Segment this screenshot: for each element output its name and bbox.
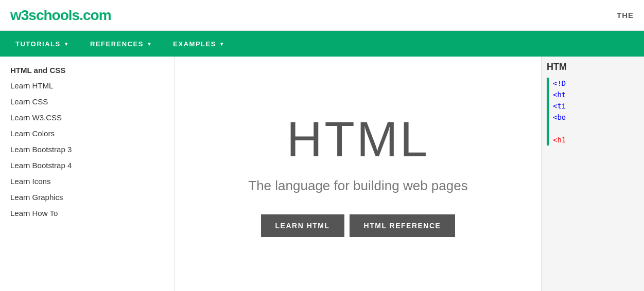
code-line-6: <h1 [553, 134, 639, 146]
nav-tutorials[interactable]: TUTORIALS ▼ [5, 31, 80, 57]
sidebar-item-learn-graphics[interactable]: Learn Graphics [0, 189, 175, 205]
nav-bar: TUTORIALS ▼ REFERENCES ▼ EXAMPLES ▼ [0, 31, 644, 57]
nav-examples-arrow: ▼ [219, 41, 225, 47]
code-block: <!D <ht <ti <bo <h1 [547, 78, 639, 146]
logo-w3: w3schools [10, 7, 79, 23]
sidebar-section-html-css: HTML and CSS [0, 62, 175, 78]
hero-buttons: LEARN HTML HTML REFERENCE [261, 214, 456, 237]
sidebar-item-learn-icons[interactable]: Learn Icons [0, 173, 175, 189]
top-right-text: THE [617, 11, 634, 20]
code-line-5 [553, 123, 639, 134]
code-line-2: <ht [553, 89, 639, 100]
html-reference-button[interactable]: HTML REFERENCE [350, 214, 456, 237]
main-area: HTML and CSS Learn HTML Learn CSS Learn … [0, 57, 644, 291]
nav-tutorials-arrow: ▼ [64, 41, 69, 47]
sidebar-item-learn-howto[interactable]: Learn How To [0, 205, 175, 221]
nav-examples-label: EXAMPLES [173, 40, 216, 48]
top-bar: w3schools.com THE [0, 0, 644, 31]
hero-section: HTML The language for building web pages… [175, 57, 541, 291]
sidebar-item-learn-bootstrap4[interactable]: Learn Bootstrap 4 [0, 157, 175, 173]
right-panel: HTM <!D <ht <ti <bo <h1 [541, 57, 644, 291]
code-line-3: <ti [553, 100, 639, 112]
hero-subtitle: The language for building web pages [248, 178, 467, 194]
nav-examples[interactable]: EXAMPLES ▼ [163, 31, 235, 57]
nav-references[interactable]: REFERENCES ▼ [80, 31, 163, 57]
right-panel-title: HTM [547, 62, 639, 72]
sidebar-item-learn-html[interactable]: Learn HTML [0, 78, 175, 94]
logo[interactable]: w3schools.com [10, 7, 111, 24]
sidebar-item-learn-w3css[interactable]: Learn W3.CSS [0, 110, 175, 125]
sidebar-item-learn-bootstrap3[interactable]: Learn Bootstrap 3 [0, 141, 175, 157]
code-line-1: <!D [553, 78, 639, 89]
nav-tutorials-label: TUTORIALS [15, 40, 61, 48]
learn-html-button[interactable]: LEARN HTML [261, 214, 344, 237]
nav-references-arrow: ▼ [147, 41, 152, 47]
sidebar-item-learn-css[interactable]: Learn CSS [0, 94, 175, 110]
logo-com: .com [79, 7, 111, 23]
nav-references-label: REFERENCES [90, 40, 144, 48]
code-line-4: <bo [553, 112, 639, 123]
sidebar-item-learn-colors[interactable]: Learn Colors [0, 125, 175, 141]
sidebar: HTML and CSS Learn HTML Learn CSS Learn … [0, 57, 175, 291]
hero-title: HTML [287, 111, 429, 168]
